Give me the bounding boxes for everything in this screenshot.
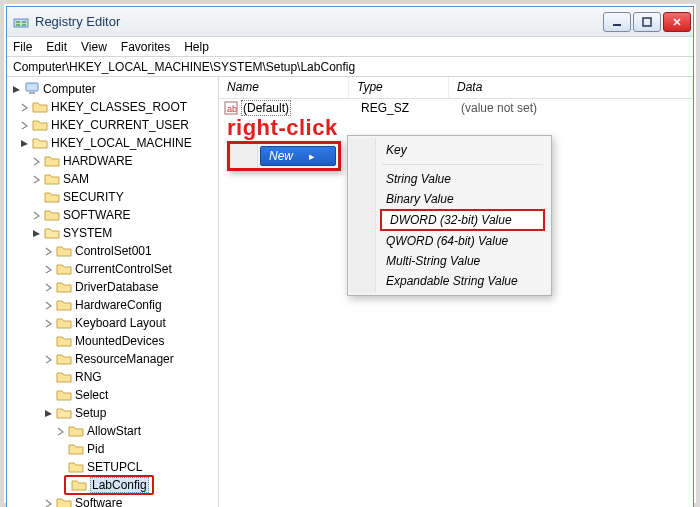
address-bar[interactable]: Computer\HKEY_LOCAL_MACHINE\SYSTEM\Setup… (7, 57, 693, 77)
expand-icon[interactable] (55, 426, 66, 437)
tree-item[interactable]: SETUPCL (87, 460, 142, 474)
value-name: (Default) (241, 100, 291, 116)
folder-icon (56, 334, 72, 348)
menu-help[interactable]: Help (184, 40, 209, 54)
tree-item[interactable]: HKEY_CLASSES_ROOT (51, 100, 187, 114)
window-titlebar: Registry Editor (7, 7, 693, 37)
tree-item[interactable]: Keyboard Layout (75, 316, 166, 330)
svg-rect-7 (26, 83, 38, 91)
col-name[interactable]: Name (219, 77, 349, 98)
folder-icon (56, 262, 72, 276)
list-header: Name Type Data (219, 77, 693, 99)
tree-item[interactable]: SYSTEM (63, 226, 112, 240)
regedit-icon (13, 14, 29, 30)
folder-open-icon (56, 406, 72, 420)
submenu-dword[interactable]: DWORD (32-bit) Value (380, 209, 545, 231)
tree-item[interactable]: Software (75, 496, 122, 507)
tree-item[interactable]: SAM (63, 172, 89, 186)
value-list-pane[interactable]: Name Type Data ab (Default) REG_SZ (valu… (219, 77, 693, 507)
submenu-expand[interactable]: Expandable String Value (376, 271, 549, 291)
expand-icon[interactable] (43, 264, 54, 275)
expand-icon[interactable] (43, 408, 54, 419)
tree-item[interactable]: HardwareConfig (75, 298, 162, 312)
svg-rect-6 (643, 18, 651, 26)
menu-file[interactable]: File (13, 40, 32, 54)
expand-icon[interactable] (43, 300, 54, 311)
value-type: REG_SZ (361, 101, 461, 115)
window-title: Registry Editor (35, 14, 601, 29)
expand-icon[interactable] (43, 318, 54, 329)
context-menu-new[interactable]: New ▸ (260, 146, 336, 166)
expand-icon[interactable] (11, 84, 22, 95)
menu-edit[interactable]: Edit (46, 40, 67, 54)
col-data[interactable]: Data (449, 77, 693, 98)
folder-open-icon (44, 226, 60, 240)
folder-icon (56, 280, 72, 294)
expand-icon[interactable] (31, 228, 42, 239)
tree-item[interactable]: Setup (75, 406, 106, 420)
folder-icon (56, 352, 72, 366)
computer-icon (24, 82, 40, 96)
folder-icon (44, 154, 60, 168)
tree-item[interactable]: HKEY_LOCAL_MACHINE (51, 136, 192, 150)
tree-root[interactable]: Computer (43, 82, 96, 96)
annotation-right-click: right-click (227, 115, 338, 141)
folder-icon (32, 118, 48, 132)
tree-item[interactable]: Pid (87, 442, 104, 456)
svg-rect-1 (16, 21, 20, 23)
maximize-button[interactable] (633, 12, 661, 32)
submenu-key[interactable]: Key (376, 140, 549, 160)
registry-tree-pane[interactable]: Computer HKEY_CLASSES_ROOT HKEY_CURRENT_… (7, 77, 219, 507)
col-type[interactable]: Type (349, 77, 449, 98)
tree-item[interactable]: ControlSet001 (75, 244, 152, 258)
folder-icon (56, 316, 72, 330)
tree-item[interactable]: AllowStart (87, 424, 141, 438)
folder-icon (68, 442, 84, 456)
tree-item[interactable]: HKEY_CURRENT_USER (51, 118, 189, 132)
value-data: (value not set) (461, 101, 693, 115)
folder-icon (68, 424, 84, 438)
submenu-string[interactable]: String Value (376, 169, 549, 189)
menu-view[interactable]: View (81, 40, 107, 54)
folder-icon (68, 460, 84, 474)
submenu-multi[interactable]: Multi-String Value (376, 251, 549, 271)
minimize-button[interactable] (603, 12, 631, 32)
string-value-icon: ab (223, 100, 239, 116)
tree-item[interactable]: RNG (75, 370, 102, 384)
tree-item[interactable]: SOFTWARE (63, 208, 131, 222)
expand-icon[interactable] (19, 120, 30, 131)
folder-icon (32, 100, 48, 114)
expand-icon[interactable] (31, 210, 42, 221)
expand-icon[interactable] (43, 354, 54, 365)
tree-item-labconfig[interactable]: LabConfig (90, 477, 149, 493)
tree-item[interactable]: CurrentControlSet (75, 262, 172, 276)
submenu-binary[interactable]: Binary Value (376, 189, 549, 209)
tree-item[interactable]: HARDWARE (63, 154, 133, 168)
folder-icon (56, 388, 72, 402)
expand-icon[interactable] (43, 246, 54, 257)
expand-icon[interactable] (31, 174, 42, 185)
tree-item[interactable]: Select (75, 388, 108, 402)
submenu-qword[interactable]: QWORD (64-bit) Value (376, 231, 549, 251)
svg-text:ab: ab (227, 104, 237, 114)
svg-rect-2 (16, 24, 20, 26)
folder-icon (56, 244, 72, 258)
tree-item[interactable]: SECURITY (63, 190, 124, 204)
close-button[interactable] (663, 12, 691, 32)
expand-icon[interactable] (31, 156, 42, 167)
tree-item[interactable]: DriverDatabase (75, 280, 158, 294)
tree-item[interactable]: ResourceManager (75, 352, 174, 366)
context-menu: New ▸ (227, 141, 341, 171)
svg-rect-5 (613, 24, 621, 26)
expand-icon[interactable] (43, 282, 54, 293)
address-text: Computer\HKEY_LOCAL_MACHINE\SYSTEM\Setup… (13, 60, 355, 74)
expand-icon[interactable] (43, 498, 54, 508)
tree-item[interactable]: MountedDevices (75, 334, 164, 348)
menu-favorites[interactable]: Favorites (121, 40, 170, 54)
expand-icon[interactable] (19, 102, 30, 113)
folder-icon (44, 208, 60, 222)
submenu-arrow-icon: ▸ (309, 150, 315, 163)
svg-rect-4 (22, 24, 26, 26)
expand-icon[interactable] (19, 138, 30, 149)
folder-icon (44, 190, 60, 204)
